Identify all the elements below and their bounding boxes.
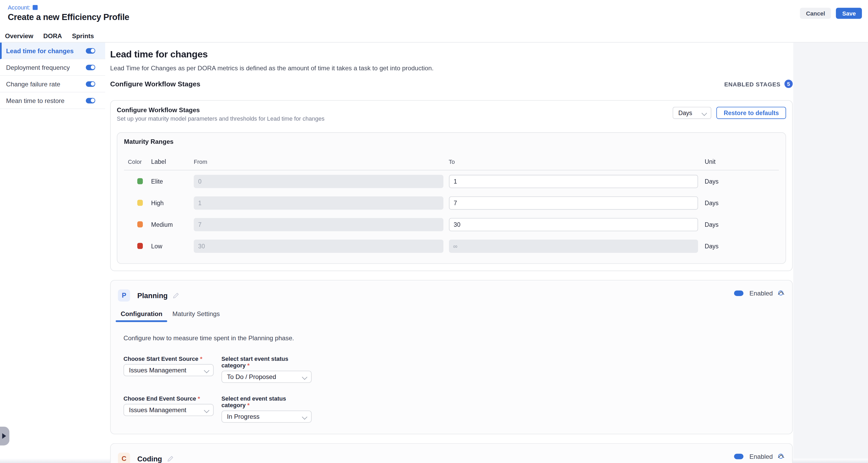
medium-to-input[interactable]	[449, 218, 698, 231]
start-event-row: Choose Start Event Source* Issues Manage…	[123, 355, 785, 383]
metric-description: Lead Time for Changes as per DORA metric…	[110, 64, 793, 72]
tab-overview[interactable]: Overview	[0, 29, 38, 43]
sidebar-item-change-failure-rate[interactable]: Change failure rate	[0, 76, 105, 93]
metrics-sidebar: Lead time for changes Deployment frequen…	[0, 43, 105, 109]
cancel-button[interactable]: Cancel	[800, 8, 831, 19]
restore-defaults-button[interactable]: Restore to defaults	[716, 107, 786, 119]
maturity-table-header: Color Label From To Unit	[124, 158, 779, 170]
efficiency-profile-page: Account: Create a new Efficiency Profile…	[0, 0, 868, 463]
planning-enabled-toggle[interactable]	[734, 291, 743, 296]
high-to-input[interactable]	[449, 196, 698, 209]
maturity-ranges-title: Maturity Ranges	[124, 138, 779, 145]
tab-sprints[interactable]: Sprints	[67, 29, 99, 43]
column-header-unit: Unit	[698, 158, 779, 165]
enabled-stages: ENABLED STAGES 5	[724, 80, 793, 88]
stage-card-planning: P Planning Enabled Configuration Maturit…	[110, 280, 793, 434]
workflow-stages-card: Configure Workflow Stages Set up your ma…	[110, 100, 793, 271]
required-marker: *	[198, 395, 200, 402]
row-label: Medium	[151, 221, 194, 228]
tab-maturity-settings[interactable]: Maturity Settings	[167, 309, 225, 318]
mean-time-to-restore-toggle[interactable]	[86, 98, 95, 103]
workflow-card-titles: Configure Workflow Stages Set up your ma…	[117, 107, 324, 122]
medium-color-swatch	[137, 221, 143, 227]
account-avatar	[33, 5, 38, 10]
workflow-card-title: Configure Workflow Stages	[117, 107, 324, 113]
row-label: Elite	[151, 178, 194, 184]
table-row-low: Low Days	[124, 235, 779, 257]
column-header-color: Color	[124, 158, 151, 165]
enabled-stages-count-badge: 5	[784, 80, 793, 88]
elite-color-swatch	[137, 178, 143, 184]
enabled-stages-label: ENABLED STAGES	[724, 80, 780, 87]
workflow-card-header: Configure Workflow Stages Set up your ma…	[117, 107, 786, 122]
change-failure-rate-toggle[interactable]	[86, 81, 95, 87]
sidebar-item-label: Lead time for changes	[6, 47, 73, 54]
stage-name: Planning	[137, 291, 167, 300]
workflow-card-subtitle: Set up your maturity model parameters an…	[117, 115, 324, 122]
sidebar-item-mean-time-to-restore[interactable]: Mean time to restore	[0, 93, 105, 109]
breadcrumb[interactable]: Account:	[8, 4, 37, 10]
chevron-down-icon	[204, 368, 209, 373]
section-title: Configure Workflow Stages	[110, 80, 200, 88]
row-unit: Days	[698, 242, 779, 249]
start-event-status-select[interactable]: To Do / Proposed	[221, 371, 311, 383]
row-unit: Days	[698, 199, 779, 206]
required-marker: *	[247, 362, 250, 368]
chevron-down-icon	[302, 374, 307, 379]
stage-tabs: Configuration Maturity Settings	[116, 309, 785, 318]
stage-avatar: P	[118, 290, 130, 302]
edit-icon[interactable]	[173, 292, 179, 299]
tab-configuration[interactable]: Configuration	[116, 309, 167, 318]
row-label: Low	[151, 242, 194, 249]
sidebar-expander-handle[interactable]	[0, 427, 9, 445]
high-from-input	[194, 196, 443, 209]
section-row: Configure Workflow Stages ENABLED STAGES…	[110, 80, 793, 88]
select-value: In Progress	[227, 413, 259, 420]
elite-to-input[interactable]	[449, 175, 698, 188]
edit-icon[interactable]	[167, 455, 174, 462]
stage-description: Configure how to measure time spent in t…	[123, 335, 785, 341]
lead-time-toggle[interactable]	[86, 48, 95, 54]
sidebar-item-lead-time[interactable]: Lead time for changes	[0, 43, 105, 59]
top-bar: Account: Create a new Efficiency Profile…	[0, 0, 868, 30]
required-marker: *	[247, 402, 250, 408]
column-header-from: From	[194, 158, 443, 165]
table-row-high: High Days	[124, 192, 779, 213]
field-label: Select start event status category*	[221, 355, 311, 368]
medium-from-input	[194, 218, 443, 231]
tab-dora[interactable]: DORA	[38, 29, 67, 43]
low-to-input	[449, 239, 698, 253]
start-event-source-select[interactable]: Issues Management	[123, 364, 213, 376]
stage-card-coding: C Coding Enabled Configuration Maturity …	[110, 443, 793, 463]
deployment-frequency-toggle[interactable]	[86, 65, 95, 70]
low-from-input	[194, 239, 443, 253]
row-label: High	[151, 199, 194, 206]
stage-header: C Coding	[118, 453, 785, 463]
account-label[interactable]: Account:	[8, 4, 30, 10]
maturity-ranges-box: Maturity Ranges Color Label From To Unit…	[117, 132, 786, 264]
column-header-to: To	[449, 158, 698, 165]
page-title: Create a new Efficiency Profile	[8, 12, 129, 22]
end-event-row: Choose End Event Source* Issues Manageme…	[123, 395, 785, 423]
start-event-source-field: Choose Start Event Source* Issues Manage…	[123, 355, 213, 383]
field-label: Select end event status category*	[221, 395, 311, 408]
sidebar-item-deployment-frequency[interactable]: Deployment frequency	[0, 59, 105, 76]
select-value: Issues Management	[129, 407, 186, 413]
row-unit: Days	[698, 221, 779, 228]
sidebar-item-label: Deployment frequency	[6, 64, 70, 71]
stage-header-right: Enabled	[734, 453, 783, 460]
end-event-source-select[interactable]: Issues Management	[123, 404, 213, 416]
select-value: Issues Management	[129, 367, 186, 373]
enabled-label: Enabled	[749, 290, 773, 297]
unit-select[interactable]: Days	[673, 107, 711, 119]
field-label: Choose End Event Source*	[123, 395, 213, 402]
chevron-down-icon	[302, 414, 307, 419]
table-row-medium: Medium Days	[124, 213, 779, 235]
table-row-elite: Elite Days	[124, 170, 779, 192]
end-event-status-select[interactable]: In Progress	[221, 410, 311, 423]
stage-header: P Planning	[118, 290, 785, 302]
save-button[interactable]: Save	[836, 8, 862, 19]
coding-enabled-toggle[interactable]	[734, 454, 743, 459]
workflow-card-actions: Days Restore to defaults	[673, 107, 786, 119]
stage-avatar: C	[118, 453, 130, 463]
